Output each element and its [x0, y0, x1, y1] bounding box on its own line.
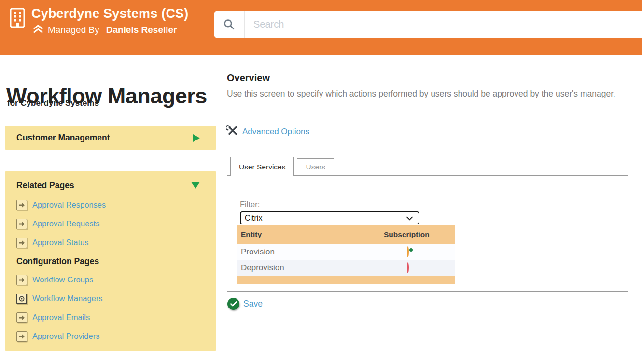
column-header-subscription: Subscription: [384, 230, 455, 239]
chevron-up-icon[interactable]: [33, 24, 43, 36]
page-link-icon: [16, 200, 27, 210]
sidebar-item-approval-providers[interactable]: Approval Providers: [16, 327, 200, 346]
managed-by-name: Daniels Reseller: [106, 25, 177, 35]
overview-description: Use this screen to specify which actions…: [227, 87, 635, 101]
building-icon: [10, 8, 25, 36]
collapse-down-icon: [191, 182, 200, 189]
page-link-icon: [16, 312, 27, 323]
related-pages-header[interactable]: Related Pages: [16, 180, 200, 191]
save-button[interactable]: Save: [227, 298, 263, 310]
filter-select[interactable]: Citrix: [240, 211, 419, 224]
advanced-options[interactable]: Advanced Options: [226, 125, 309, 139]
tab-user-services[interactable]: User Services: [230, 157, 294, 176]
tab-bar: User Services Users: [230, 157, 334, 176]
overview-heading: Overview: [227, 72, 270, 84]
table-row-deprovision: Deprovision: [237, 260, 455, 276]
tab-content-panel: Filter: Citrix Entity Subscription Provi…: [227, 175, 628, 292]
entity-cell: Deprovision: [237, 263, 384, 273]
search-box: [214, 11, 642, 38]
sidebar-item-workflow-managers[interactable]: Workflow Managers: [16, 289, 200, 308]
search-input[interactable]: [245, 11, 642, 38]
tab-users[interactable]: Users: [297, 158, 334, 175]
filter-label: Filter:: [240, 200, 260, 209]
table-row-provision: Provision: [237, 244, 455, 260]
entity-cell: Provision: [237, 247, 384, 257]
screen: Cyberdyne Systems (CS) Managed By Daniel…: [0, 0, 642, 364]
tools-icon: [226, 125, 239, 139]
filter-selected-value: Citrix: [245, 214, 262, 223]
sidebar-link: Workflow Managers: [32, 294, 103, 303]
related-pages-heading: Related Pages: [16, 181, 74, 191]
table-footer-row: [237, 276, 455, 284]
customer-management-section[interactable]: Customer Management: [5, 126, 216, 150]
sidebar-link: Approval Emails: [32, 313, 90, 322]
brand: Cyberdyne Systems (CS) Managed By Daniel…: [10, 6, 189, 36]
advanced-options-link: Advanced Options: [242, 127, 309, 137]
customer-management-label: Customer Management: [16, 133, 110, 143]
column-header-entity: Entity: [237, 230, 384, 239]
subscription-radio[interactable]: [407, 262, 409, 273]
sidebar-link: Workflow Groups: [32, 275, 93, 284]
managed-by-prefix: Managed By: [48, 25, 99, 35]
chevron-down-icon: [406, 214, 413, 223]
configuration-pages-heading: Configuration Pages: [16, 256, 200, 270]
search-icon[interactable]: [214, 18, 244, 30]
sidebar-item-approval-responses[interactable]: Approval Responses: [16, 196, 200, 214]
page-link-icon: [16, 275, 27, 285]
company-title: Cyberdyne Systems (CS): [31, 6, 189, 21]
brand-text: Cyberdyne Systems (CS) Managed By Daniel…: [31, 6, 189, 36]
sidebar-link: Approval Responses: [32, 200, 106, 210]
save-check-icon: [227, 298, 239, 310]
current-page-icon: [16, 294, 27, 304]
expand-right-icon: [193, 134, 200, 142]
managed-by: Managed By Daniels Reseller: [33, 24, 189, 36]
page-link-icon: [16, 238, 27, 248]
app-header: Cyberdyne Systems (CS) Managed By Daniel…: [0, 0, 642, 55]
sidebar-item-approval-emails[interactable]: Approval Emails: [16, 308, 200, 327]
sidebar-item-approval-status[interactable]: Approval Status: [16, 233, 200, 252]
sidebar-link: Approval Status: [32, 238, 88, 247]
page-link-icon: [16, 219, 27, 229]
table-header-row: Entity Subscription: [237, 225, 455, 244]
subscription-radio[interactable]: [407, 246, 409, 257]
page-subtitle: for Cyberdyne Systems: [7, 98, 99, 108]
related-pages-panel: Related Pages Approval Responses Approva…: [5, 171, 216, 351]
page-link-icon: [16, 331, 27, 342]
sidebar-item-approval-requests[interactable]: Approval Requests: [16, 214, 200, 233]
save-label: Save: [243, 299, 263, 309]
sidebar-item-workflow-groups[interactable]: Workflow Groups: [16, 270, 200, 289]
subscription-table: Entity Subscription Provision Deprovisio…: [237, 225, 455, 284]
sidebar-link: Approval Requests: [32, 219, 99, 228]
sidebar-link: Approval Providers: [32, 332, 99, 341]
